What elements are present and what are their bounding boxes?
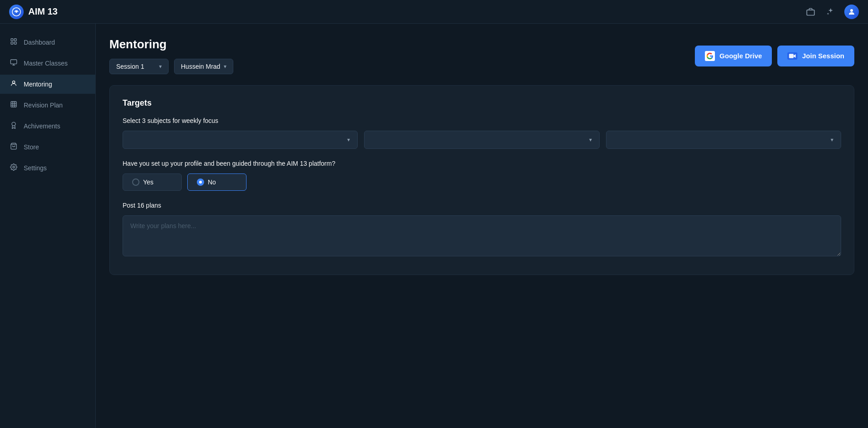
- sidebar-item-store[interactable]: Store: [0, 138, 95, 157]
- svg-point-17: [13, 166, 15, 168]
- person-icon: [9, 80, 18, 89]
- svg-point-3: [850, 9, 853, 12]
- subjects-label: Select 3 subjects for weekly focus: [123, 117, 841, 124]
- svg-rect-7: [14, 42, 16, 44]
- subject-1-chevron: ▾: [347, 137, 350, 143]
- radio-label-no: No: [208, 178, 216, 186]
- sidebar-item-label: Dashboard: [24, 39, 55, 46]
- radio-option-no[interactable]: No: [187, 173, 247, 191]
- grid-icon: [9, 101, 18, 110]
- mentor-dropdown-chevron: ▾: [224, 63, 226, 70]
- sidebar-item-label: Master Classes: [24, 60, 67, 67]
- svg-rect-18: [789, 54, 794, 58]
- radio-group: Yes No: [123, 173, 841, 191]
- badge-icon: [9, 122, 18, 131]
- svg-point-1: [15, 11, 17, 13]
- svg-rect-6: [11, 42, 13, 44]
- plans-label: Post 16 plans: [123, 202, 841, 209]
- svg-rect-2: [807, 10, 815, 15]
- subject-dropdown-1[interactable]: ▾: [123, 131, 358, 149]
- sidebar-item-mentoring[interactable]: Mentoring: [0, 75, 95, 94]
- dashboard-icon: [9, 38, 18, 47]
- mentor-dropdown[interactable]: Hussein Mrad ▾: [174, 59, 233, 74]
- top-header: AIM 13: [0, 0, 868, 24]
- join-session-label: Join Session: [802, 52, 844, 60]
- subject-dropdown-2[interactable]: ▾: [364, 131, 599, 149]
- sidebar-item-achievements[interactable]: Achivements: [0, 117, 95, 136]
- header-left: AIM 13: [9, 5, 57, 19]
- page-header-right: Google Drive Join Session: [695, 46, 854, 66]
- svg-rect-10: [11, 102, 16, 107]
- subject-dropdown-3[interactable]: ▾: [606, 131, 841, 149]
- mentor-dropdown-value: Hussein Mrad: [181, 63, 220, 70]
- page-title: Mentoring: [109, 37, 233, 51]
- sidebar-item-label: Achivements: [24, 122, 60, 130]
- app-logo: [9, 5, 24, 19]
- main-layout: Dashboard Master Classes Mentoring: [0, 24, 868, 428]
- subject-3-chevron: ▾: [831, 137, 833, 143]
- radio-circle-yes: [132, 178, 139, 186]
- user-avatar[interactable]: [844, 5, 859, 19]
- subjects-row: ▾ ▾ ▾: [123, 131, 841, 149]
- header-right: [804, 5, 859, 19]
- zoom-icon: [787, 52, 797, 60]
- plans-section: Post 16 plans: [123, 202, 841, 258]
- radio-label-yes: Yes: [143, 178, 154, 186]
- targets-card: Targets Select 3 subjects for weekly foc…: [109, 85, 854, 275]
- radio-option-yes[interactable]: Yes: [123, 173, 182, 191]
- svg-rect-8: [10, 60, 16, 64]
- subjects-section: Select 3 subjects for weekly focus ▾ ▾ ▾: [123, 117, 841, 149]
- sidebar-item-label: Settings: [24, 164, 47, 172]
- session-dropdown-value: Session 1: [116, 63, 144, 70]
- session-dropdown-chevron: ▾: [159, 63, 162, 70]
- radio-circle-no: [197, 178, 204, 186]
- sidebar-item-dashboard[interactable]: Dashboard: [0, 33, 95, 52]
- svg-rect-5: [14, 39, 16, 41]
- profile-question-text: Have you set up your profile and been gu…: [123, 160, 841, 167]
- google-drive-button[interactable]: Google Drive: [695, 46, 772, 66]
- sidebar: Dashboard Master Classes Mentoring: [0, 24, 96, 428]
- svg-point-15: [12, 122, 15, 126]
- header-controls: Session 1 ▾ Hussein Mrad ▾: [109, 59, 233, 74]
- session-dropdown[interactable]: Session 1 ▾: [109, 59, 169, 74]
- content-area: Mentoring Session 1 ▾ Hussein Mrad ▾: [96, 24, 868, 428]
- monitor-icon: [9, 59, 18, 68]
- page-header-left: Mentoring Session 1 ▾ Hussein Mrad ▾: [109, 37, 233, 74]
- svg-rect-4: [11, 39, 13, 41]
- targets-card-title: Targets: [123, 98, 841, 108]
- google-g-icon: [705, 51, 715, 61]
- profile-question-section: Have you set up your profile and been gu…: [123, 160, 841, 191]
- sidebar-item-revision-plan[interactable]: Revision Plan: [0, 96, 95, 115]
- sidebar-item-master-classes[interactable]: Master Classes: [0, 54, 95, 73]
- join-session-button[interactable]: Join Session: [777, 46, 854, 66]
- subject-2-chevron: ▾: [589, 137, 592, 143]
- gear-icon: [9, 163, 18, 173]
- sidebar-item-label: Mentoring: [24, 81, 52, 88]
- page-header: Mentoring Session 1 ▾ Hussein Mrad ▾: [109, 37, 854, 74]
- plans-textarea[interactable]: [123, 215, 841, 256]
- sidebar-item-label: Revision Plan: [24, 102, 63, 109]
- sparkle-icon[interactable]: [824, 5, 837, 18]
- briefcase-icon[interactable]: [804, 5, 817, 18]
- store-icon: [9, 143, 18, 152]
- svg-point-9: [12, 81, 15, 83]
- sidebar-item-settings[interactable]: Settings: [0, 158, 95, 178]
- google-drive-label: Google Drive: [719, 52, 762, 60]
- app-title: AIM 13: [28, 6, 57, 17]
- sidebar-item-label: Store: [24, 143, 39, 151]
